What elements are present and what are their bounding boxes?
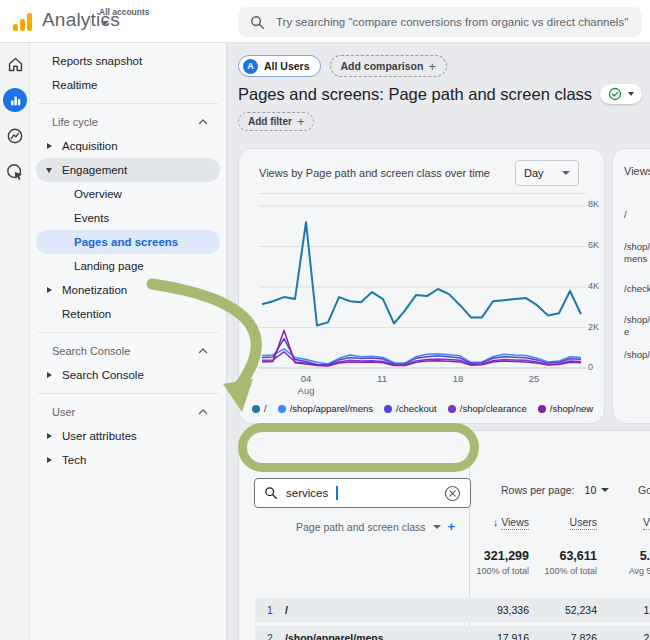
views-per-user-total: 5.05Avg 5.05 xyxy=(604,549,650,576)
sidebar-item-realtime[interactable]: Realtime xyxy=(36,73,220,97)
y-axis-tick: 6K xyxy=(588,240,606,250)
plus-icon: + xyxy=(297,114,305,129)
home-icon[interactable] xyxy=(0,49,30,79)
top-bar: Analytics All accounts Try searching "co… xyxy=(0,0,650,43)
legend-item[interactable]: /shop/new xyxy=(538,403,593,414)
sidebar-item-retention[interactable]: Retention xyxy=(36,302,220,326)
all-users-chip[interactable]: A All Users xyxy=(238,55,321,77)
sort-desc-icon: ↓ xyxy=(493,516,498,528)
expand-arrow-icon xyxy=(47,372,52,378)
chevron-down-icon xyxy=(101,21,109,25)
views-total: 321,299100% of total xyxy=(439,549,529,576)
sidebar-item-search-console[interactable]: Search Console xyxy=(36,363,220,387)
divider xyxy=(259,193,586,194)
account-picker[interactable]: All accounts xyxy=(99,7,150,25)
ga4-reports-page: Analytics All accounts Try searching "co… xyxy=(0,0,650,640)
chart-title: Views by Page path and screen class over… xyxy=(259,167,490,179)
bar-category-label: /checkout xyxy=(624,283,650,295)
data-quality-chip[interactable] xyxy=(600,84,642,104)
legend-item[interactable]: /shop/apparel/mens xyxy=(278,403,373,414)
chevron-down-icon xyxy=(628,92,634,96)
chevron-down-icon xyxy=(562,171,570,175)
global-search-input[interactable]: Try searching "compare conversions from … xyxy=(238,7,642,37)
line-chart-plot[interactable] xyxy=(259,201,586,373)
reports-icon[interactable] xyxy=(0,85,30,115)
x-axis-tick: 04Aug xyxy=(291,373,321,396)
page-title: Pages and screens: Page path and screen … xyxy=(238,85,592,104)
sidebar-item-landing-page[interactable]: Landing page xyxy=(36,254,220,278)
clear-search-icon[interactable] xyxy=(444,485,461,502)
rows-per-page-select[interactable]: 10 xyxy=(585,484,610,496)
text-cursor xyxy=(336,486,338,500)
rows-per-page-control: Rows per page: 10 xyxy=(501,484,609,496)
views-bar-chart-card: Views by Page path and screen class / /s… xyxy=(612,148,650,424)
table-search-value: services xyxy=(286,487,328,499)
sidebar-item-events[interactable]: Events xyxy=(36,206,220,230)
expand-arrow-icon xyxy=(47,433,52,439)
y-axis-tick: 0 xyxy=(588,362,606,372)
plus-icon: + xyxy=(428,59,436,74)
table-search-input[interactable]: services xyxy=(254,478,471,508)
table-row[interactable]: 2 /shop/apparel/mens 17,916 7,826 2.29 xyxy=(255,626,650,640)
chart-legend: / /shop/apparel/mens /checkout /shop/cle… xyxy=(252,403,593,414)
search-icon xyxy=(250,15,265,30)
add-comparison-button[interactable]: Add comparison + xyxy=(330,55,447,77)
sidebar-item-overview[interactable]: Overview xyxy=(36,182,220,206)
expand-arrow-icon xyxy=(47,457,52,463)
bar-chart-title: Views by Page path and screen class xyxy=(624,165,650,177)
series-dot-icon xyxy=(278,405,286,413)
data-table-card: services Rows per page: 10 Go to: Page p… xyxy=(238,430,650,640)
x-axis-tick: 25 xyxy=(519,373,549,384)
table-row[interactable]: 1 / 93,336 52,234 1.79 xyxy=(255,598,650,622)
chevron-up-icon xyxy=(198,119,208,125)
views-per-user-column-header[interactable]: Views per user xyxy=(635,516,650,542)
chevron-down-icon xyxy=(601,488,609,492)
section-user[interactable]: User xyxy=(36,400,220,424)
reports-active-circle xyxy=(3,88,27,112)
sidebar-item-pages-and-screens[interactable]: Pages and screens xyxy=(36,230,220,254)
chevron-up-icon xyxy=(198,348,208,354)
collapse-arrow-icon xyxy=(46,168,52,173)
report-nav-sidebar: Reports snapshot Realtime Life cycle Acq… xyxy=(30,43,226,640)
section-life-cycle[interactable]: Life cycle xyxy=(36,110,220,134)
y-axis-tick: 4K xyxy=(588,281,606,291)
bar-category-label: /shop/apparel/mens xyxy=(624,241,650,265)
legend-item[interactable]: /shop/clearance xyxy=(448,403,527,414)
global-search-placeholder: Try searching "compare conversions from … xyxy=(276,16,628,28)
go-to-page-label[interactable]: Go to: xyxy=(638,484,650,496)
search-icon xyxy=(264,486,278,500)
divider xyxy=(38,393,218,394)
add-filter-button[interactable]: Add filter + xyxy=(238,112,314,131)
sidebar-item-reports-snapshot[interactable]: Reports snapshot xyxy=(36,49,220,73)
x-axis-tick: 11 xyxy=(367,373,397,384)
advertising-icon[interactable] xyxy=(0,157,30,187)
sidebar-item-monetization[interactable]: Monetization xyxy=(36,278,220,302)
divider xyxy=(38,332,218,333)
sidebar-item-acquisition[interactable]: Acquisition xyxy=(36,134,220,158)
bar-category-label: /shop/new xyxy=(624,349,650,361)
bar-category-label: /shop/clearance xyxy=(624,314,650,338)
granularity-select[interactable]: Day xyxy=(515,160,579,186)
explore-icon[interactable] xyxy=(0,121,30,151)
analytics-logo-icon[interactable] xyxy=(13,12,35,31)
page-title-row: Pages and screens: Page path and screen … xyxy=(238,84,642,104)
expand-arrow-icon xyxy=(47,287,52,293)
sidebar-item-engagement[interactable]: Engagement xyxy=(36,158,220,182)
dimension-column-header[interactable]: Page path and screen class + xyxy=(296,519,455,534)
divider xyxy=(38,103,218,104)
views-column-header[interactable]: ↓ Views xyxy=(439,516,529,528)
rows-per-page-label: Rows per page: xyxy=(501,484,575,496)
section-search-console[interactable]: Search Console xyxy=(36,339,220,363)
users-column-header[interactable]: Users xyxy=(541,516,597,528)
sidebar-item-user-attributes[interactable]: User attributes xyxy=(36,424,220,448)
legend-item[interactable]: / xyxy=(252,403,267,414)
series-dot-icon xyxy=(384,405,392,413)
x-axis-tick: 18 xyxy=(443,373,473,384)
account-picker-label: All accounts xyxy=(99,7,150,17)
main-content: A All Users Add comparison + Pages and s… xyxy=(226,43,650,640)
sidebar-item-tech[interactable]: Tech xyxy=(36,448,220,472)
legend-item[interactable]: /checkout xyxy=(384,403,437,414)
comparison-a-badge: A xyxy=(243,59,258,74)
chevron-up-icon xyxy=(198,409,208,415)
bar-category-label: / xyxy=(624,209,650,221)
